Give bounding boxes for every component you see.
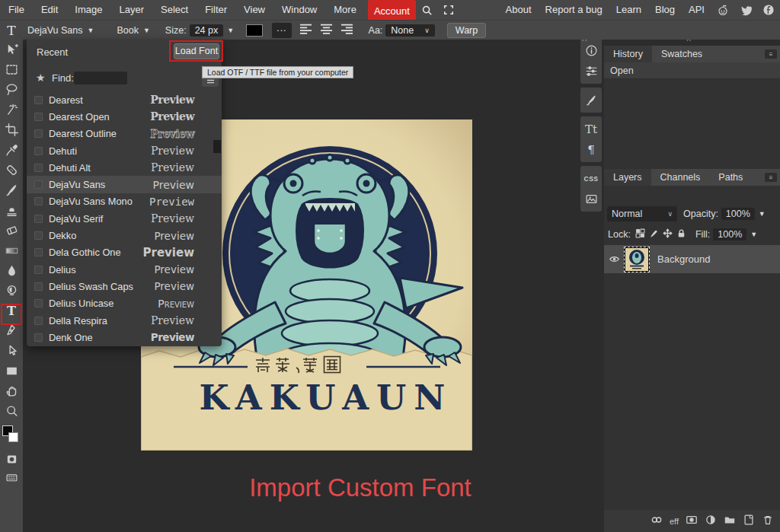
star-icon[interactable]: ★ xyxy=(36,72,46,84)
opacity-input[interactable]: 100% xyxy=(721,208,755,220)
magic-wand-tool[interactable] xyxy=(0,100,23,119)
fill-input[interactable]: 100% xyxy=(713,228,746,241)
lock-pixels-icon[interactable] xyxy=(649,228,659,241)
menu-item-file[interactable]: File xyxy=(0,0,33,20)
font-family-select[interactable]: DejaVu Sans▼ xyxy=(23,25,98,36)
move-tool[interactable] xyxy=(0,40,23,59)
menu-item-layer[interactable]: Layer xyxy=(111,0,153,20)
caret-down-icon[interactable]: ▼ xyxy=(750,231,757,238)
menu-item-image[interactable]: Image xyxy=(66,0,110,20)
heal-tool[interactable] xyxy=(0,160,23,180)
properties-icon[interactable] xyxy=(580,61,602,81)
history-panel-menu-button[interactable]: ≡ xyxy=(765,49,777,59)
find-input[interactable] xyxy=(74,72,127,84)
font-list-item[interactable]: Della RespiraPreview xyxy=(27,312,222,329)
quick-mask-icon[interactable] xyxy=(0,450,23,468)
font-favorite-checkbox[interactable] xyxy=(34,96,43,104)
layers-tab-paths[interactable]: Paths xyxy=(709,169,752,186)
menu-item-edit[interactable]: Edit xyxy=(33,0,66,20)
lock-position-icon[interactable] xyxy=(663,228,673,241)
eyedropper-tool[interactable] xyxy=(0,140,23,160)
layer-thumbnail[interactable] xyxy=(624,247,650,272)
new-layer-icon[interactable] xyxy=(743,514,755,528)
account-button[interactable]: Account xyxy=(368,0,416,20)
delete-layer-icon[interactable] xyxy=(762,514,774,528)
layer-visibility-eye-icon[interactable] xyxy=(604,253,624,265)
font-list-item[interactable]: DeliusPreview xyxy=(27,261,222,278)
font-favorite-checkbox[interactable] xyxy=(34,215,43,223)
dodge-tool[interactable] xyxy=(0,281,23,301)
text-color-swatch[interactable] xyxy=(246,24,263,37)
font-list-item[interactable]: DehutiPreview xyxy=(27,142,222,159)
font-list-item[interactable]: Dela Gothic OnePreview xyxy=(27,244,222,261)
layers-tab-layers[interactable]: Layers xyxy=(604,169,651,186)
menu-item-about[interactable]: About xyxy=(499,0,539,20)
fullscreen-icon[interactable] xyxy=(443,5,454,15)
blend-mode-select[interactable]: Normal∨ xyxy=(607,206,677,221)
font-favorite-checkbox[interactable] xyxy=(34,113,43,121)
css-icon[interactable]: CSS xyxy=(580,168,602,189)
align-left-icon[interactable] xyxy=(299,24,312,37)
link-layers-icon[interactable] xyxy=(651,514,663,528)
layer-mask-icon[interactable] xyxy=(686,514,698,528)
font-favorite-checkbox[interactable] xyxy=(34,129,43,138)
menu-item-select[interactable]: Select xyxy=(152,0,197,20)
font-favorite-checkbox[interactable] xyxy=(34,164,43,172)
menu-item-view[interactable]: View xyxy=(235,0,273,20)
brush-tool[interactable] xyxy=(0,180,23,200)
adjustment-layer-icon[interactable] xyxy=(705,514,717,528)
font-favorite-checkbox[interactable] xyxy=(34,197,43,205)
menu-item-blog[interactable]: Blog xyxy=(648,0,682,20)
lock-all-icon[interactable] xyxy=(676,228,686,241)
paragraph-icon[interactable]: ¶ xyxy=(580,139,602,160)
menu-item-more[interactable]: More xyxy=(325,0,365,20)
zoom-tool[interactable] xyxy=(0,401,23,421)
menu-item-filter[interactable]: Filter xyxy=(197,0,235,20)
layers-tab-channels[interactable]: Channels xyxy=(651,169,710,186)
blur-tool[interactable] xyxy=(0,260,23,280)
font-list-item[interactable]: DearestPreview xyxy=(27,91,222,108)
twitter-icon[interactable] xyxy=(740,4,752,16)
font-list-item[interactable]: DejaVu Sans MonoPreview xyxy=(27,193,222,210)
caret-down-icon[interactable]: ▼ xyxy=(759,210,766,218)
reddit-icon[interactable] xyxy=(717,4,729,16)
history-tab-history[interactable]: History xyxy=(604,46,652,62)
menu-item-window[interactable]: Window xyxy=(273,0,325,20)
font-favorite-checkbox[interactable] xyxy=(34,282,43,291)
layer-effects-label[interactable]: eff xyxy=(670,517,679,526)
font-list-item[interactable]: Denk OnePreview xyxy=(27,329,222,346)
layers-panel-menu-button[interactable]: ≡ xyxy=(765,173,777,182)
select-tool[interactable] xyxy=(0,59,23,79)
font-list-item[interactable]: Dearest OutlinePreview xyxy=(27,126,222,142)
menu-item-learn[interactable]: Learn xyxy=(609,0,648,20)
more-options-button[interactable]: ... xyxy=(272,23,291,38)
font-list-item[interactable]: Dehuti AltPreview xyxy=(27,159,222,176)
keyboard-icon[interactable] xyxy=(0,468,23,486)
crop-tool[interactable] xyxy=(0,120,23,140)
font-favorite-checkbox[interactable] xyxy=(34,299,43,307)
gradient-tool[interactable] xyxy=(0,241,23,260)
font-style-select[interactable]: Book▼ xyxy=(112,25,154,36)
font-list-item[interactable]: DekkoPreview xyxy=(27,227,222,244)
font-favorite-checkbox[interactable] xyxy=(34,317,43,325)
font-favorite-checkbox[interactable] xyxy=(34,248,43,256)
lasso-tool[interactable] xyxy=(0,80,23,100)
align-center-icon[interactable] xyxy=(320,24,333,37)
font-favorite-checkbox[interactable] xyxy=(34,231,43,240)
hand-tool[interactable] xyxy=(0,381,23,401)
font-favorite-checkbox[interactable] xyxy=(34,147,43,155)
font-size-input[interactable]: 24 px xyxy=(190,24,224,37)
caret-down-icon[interactable]: ▼ xyxy=(227,27,234,34)
font-favorite-checkbox[interactable] xyxy=(34,180,43,189)
rectangle-tool[interactable] xyxy=(0,361,23,381)
new-group-icon[interactable] xyxy=(724,514,736,528)
font-list-item[interactable]: Delius Swash CapsPreview xyxy=(27,278,222,295)
font-favorite-checkbox[interactable] xyxy=(34,333,43,342)
character-icon[interactable]: Tt xyxy=(580,119,602,139)
align-right-icon[interactable] xyxy=(340,24,353,37)
font-list-item[interactable]: DejaVu SerifPreview xyxy=(27,210,222,227)
facebook-icon[interactable] xyxy=(762,4,775,16)
info-icon[interactable] xyxy=(580,40,602,61)
clone-stamp-tool[interactable] xyxy=(0,200,23,220)
color-swatches[interactable] xyxy=(0,424,23,450)
